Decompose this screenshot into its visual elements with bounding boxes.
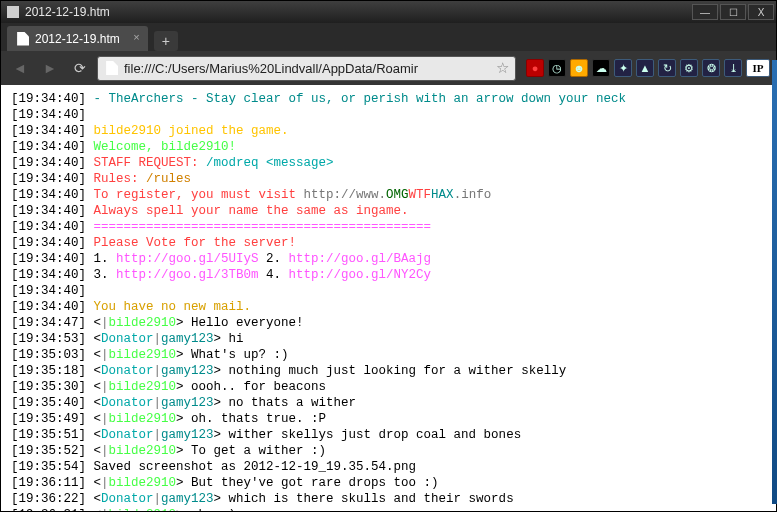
log-line: [19:34:40] - TheArchers - Stay clear of …	[11, 91, 766, 107]
log-line: [19:35:03] <|bilde2910> What's up? :)	[11, 347, 766, 363]
close-tab-icon[interactable]: ×	[133, 31, 139, 43]
log-timestamp: [19:36:11]	[11, 476, 94, 490]
log-text: <	[94, 364, 102, 378]
log-text: <	[94, 412, 102, 426]
log-text: gamy123	[161, 428, 214, 442]
log-timestamp: [19:35:51]	[11, 428, 94, 442]
extension-icon[interactable]: ✦	[614, 59, 632, 77]
log-text: 1.	[94, 252, 117, 266]
log-timestamp: [19:34:53]	[11, 332, 94, 346]
window-title: 2012-12-19.htm	[25, 5, 110, 19]
log-text: Donator	[101, 364, 154, 378]
page-content: [19:34:40] - TheArchers - Stay clear of …	[1, 85, 776, 511]
extension-icons: ●◷☻☁✦▲↻⚙❂⤓IP	[526, 59, 770, 77]
extension-icon[interactable]: ●	[526, 59, 544, 77]
window-menu-icon[interactable]	[7, 6, 19, 18]
log-line: [19:34:40] To register, you must visit h…	[11, 187, 766, 203]
log-text: Always spell your name the same as ingam…	[94, 204, 409, 218]
tab-strip: 2012-12-19.htm × +	[1, 23, 776, 51]
log-line: [19:34:40] Rules: /rules	[11, 171, 766, 187]
tab-active[interactable]: 2012-12-19.htm ×	[7, 26, 148, 51]
log-line: [19:36:22] <Donator|gamy123> which is th…	[11, 491, 766, 507]
log-line: [19:36:31] <|bilde2910> mhm :)	[11, 507, 766, 511]
log-text: |	[154, 396, 162, 410]
close-button[interactable]: X	[748, 4, 774, 20]
browser-window: 2012-12-19.htm — ☐ X 2012-12-19.htm × + …	[0, 0, 777, 512]
log-text: > which is there skulls and their swords	[214, 492, 514, 506]
log-line: [19:34:40] Welcome, bilde2910!	[11, 139, 766, 155]
log-text: |	[154, 492, 162, 506]
extension-icon[interactable]: ▲	[636, 59, 654, 77]
minimize-button[interactable]: —	[692, 4, 718, 20]
reload-button[interactable]: ⟳	[67, 55, 93, 81]
log-text: bilde2910	[109, 316, 177, 330]
log-text: - TheArchers - Stay clear of us, or peri…	[94, 92, 627, 106]
log-text: To register, you must visit	[94, 188, 304, 202]
file-icon	[104, 61, 118, 75]
log-timestamp: [19:34:40]	[11, 300, 94, 314]
new-tab-button[interactable]: +	[154, 31, 178, 51]
log-text: bilde2910 joined the game.	[94, 124, 289, 138]
extension-icon[interactable]: ⤓	[724, 59, 742, 77]
log-text: Please Vote for the server!	[94, 236, 297, 250]
extension-icon[interactable]: ☁	[592, 59, 610, 77]
file-icon	[15, 32, 29, 46]
log-text: gamy123	[161, 492, 214, 506]
extension-icon[interactable]: ◷	[548, 59, 566, 77]
log-line: [19:35:30] <|bilde2910> oooh.. for beaco…	[11, 379, 766, 395]
log-text: > To get a wither :)	[176, 444, 326, 458]
log-text: /modreq <message>	[206, 156, 334, 170]
log-text: > nothing much just looking for a wither…	[214, 364, 567, 378]
extension-icon[interactable]: ❂	[702, 59, 720, 77]
maximize-button[interactable]: ☐	[720, 4, 746, 20]
url-bar[interactable]: file:///C:/Users/Marius%20Lindvall/AppDa…	[97, 56, 516, 81]
log-timestamp: [19:34:40]	[11, 204, 94, 218]
log-text: Donator	[101, 492, 154, 506]
log-timestamp: [19:35:18]	[11, 364, 94, 378]
log-text: 3.	[94, 268, 117, 282]
log-text: Donator	[101, 396, 154, 410]
log-timestamp: [19:34:40]	[11, 268, 94, 282]
log-text: |	[154, 428, 162, 442]
log-text: > oh. thats true. :P	[176, 412, 326, 426]
log-text: |	[101, 380, 109, 394]
tab-label: 2012-12-19.htm	[35, 32, 120, 46]
log-line: [19:34:40] 1. http://goo.gl/5UIyS 2. htt…	[11, 251, 766, 267]
log-text: <	[94, 316, 102, 330]
bookmark-star-icon[interactable]: ☆	[496, 59, 509, 77]
log-line: [19:34:40] You have no new mail.	[11, 299, 766, 315]
log-timestamp: [19:34:40]	[11, 140, 94, 154]
log-line: [19:34:40] Please Vote for the server!	[11, 235, 766, 251]
log-text: http://goo.gl/NY2Cy	[289, 268, 432, 282]
log-timestamp: [19:34:40]	[11, 236, 94, 250]
log-timestamp: [19:34:40]	[11, 108, 94, 122]
log-text: > mhm :)	[176, 508, 236, 511]
log-timestamp: [19:35:30]	[11, 380, 94, 394]
back-button[interactable]: ◄	[7, 55, 33, 81]
extension-icon[interactable]: ↻	[658, 59, 676, 77]
log-text: |	[154, 364, 162, 378]
extension-icon[interactable]: ⚙	[680, 59, 698, 77]
log-text: /rules	[146, 172, 191, 186]
log-text: OMG	[386, 188, 409, 202]
log-text: <	[94, 380, 102, 394]
log-text: |	[101, 316, 109, 330]
log-text: > wither skellys just drop coal and bone…	[214, 428, 522, 442]
log-line: [19:36:11] <|bilde2910> But they've got …	[11, 475, 766, 491]
log-text: Donator	[101, 332, 154, 346]
log-text: bilde2910	[109, 348, 177, 362]
log-text: |	[101, 444, 109, 458]
log-timestamp: [19:34:40]	[11, 188, 94, 202]
log-text: > What's up? :)	[176, 348, 289, 362]
forward-button[interactable]: ►	[37, 55, 63, 81]
log-line: [19:35:52] <|bilde2910> To get a wither …	[11, 443, 766, 459]
log-text: gamy123	[161, 396, 214, 410]
log-text: gamy123	[161, 364, 214, 378]
log-line: [19:35:18] <Donator|gamy123> nothing muc…	[11, 363, 766, 379]
log-text: gamy123	[161, 332, 214, 346]
log-timestamp: [19:36:31]	[11, 508, 94, 511]
extension-icon[interactable]: IP	[746, 59, 770, 77]
extension-icon[interactable]: ☻	[570, 59, 588, 77]
log-text: http://goo.gl/3TB0m	[116, 268, 259, 282]
log-text: bilde2910	[109, 412, 177, 426]
